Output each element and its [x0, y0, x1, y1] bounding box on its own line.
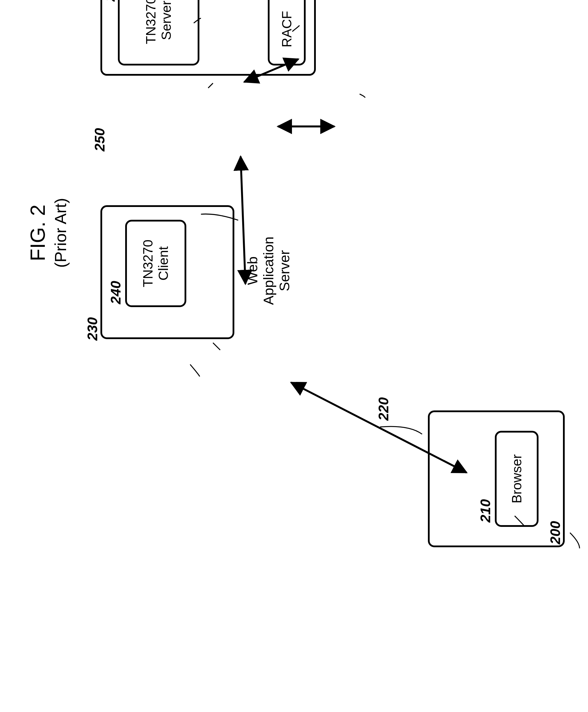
leader-230	[190, 364, 200, 376]
figure-subtitle: (Prior Art)	[51, 189, 70, 276]
ref-250: 250	[92, 128, 108, 151]
ref-240: 240	[108, 281, 124, 304]
racf-box: RACF	[268, 0, 306, 65]
ref-200: 200	[547, 521, 563, 544]
leader-200	[570, 533, 580, 548]
was-label-l1: Web	[245, 233, 260, 309]
tn3270-client: TN3270 Client	[125, 220, 186, 307]
was-label-l2: Application	[260, 233, 276, 309]
was-label-l3: Server	[276, 233, 293, 309]
tn3270-server: TN3270 Server	[118, 0, 200, 65]
browser-box: Browser	[495, 431, 539, 527]
ref-210: 210	[477, 499, 493, 523]
ref-220: 220	[376, 397, 392, 421]
leader-220	[380, 426, 422, 434]
ref-270: 270	[102, 0, 118, 1]
ref-230: 230	[84, 317, 100, 340]
leader-270	[208, 83, 213, 88]
figure-title: FIG. 2	[26, 189, 49, 276]
leader-240	[213, 343, 220, 350]
leader-290	[359, 94, 365, 98]
